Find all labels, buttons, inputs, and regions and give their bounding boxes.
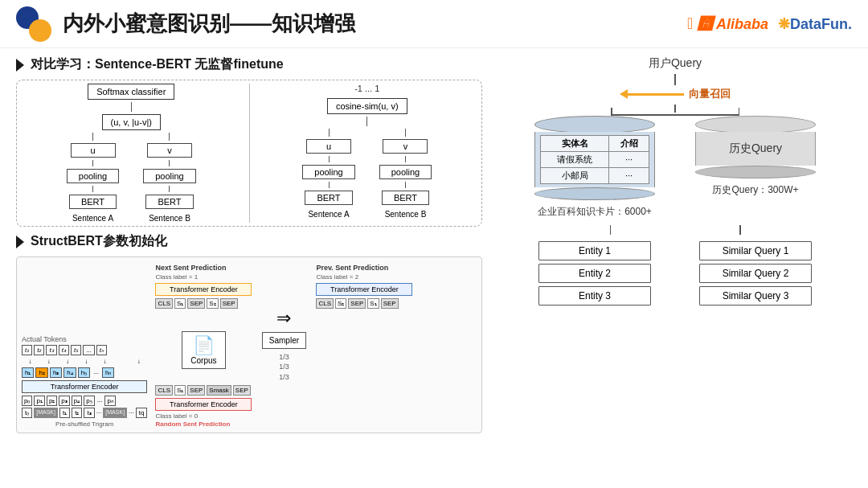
- p4: p₄: [72, 396, 82, 406]
- class1-label: Class label = 1: [155, 273, 252, 281]
- table-row: 请假系统 ···: [541, 151, 649, 167]
- user-query-label: 用户Query: [649, 56, 702, 71]
- corpus-label: Corpus: [190, 356, 216, 365]
- transformer-encoder-left: Transformer Encoder: [22, 380, 147, 393]
- db-bottom-ellipse-right: [695, 166, 816, 178]
- db-top-ellipse-right: [695, 116, 816, 133]
- history-count-label: 历史Query：300W+: [712, 183, 798, 197]
- seq-t1: t₁: [59, 408, 70, 418]
- kb-count-label: 企业百科知识卡片：6000+: [538, 205, 652, 219]
- p1: p₁: [34, 396, 44, 406]
- v-box-right: v: [383, 139, 428, 154]
- two-db-row: 实体名 介绍 请假系统 ··· 小邮局 ··· 企业百科: [498, 116, 852, 223]
- pn: pₙ: [104, 396, 115, 406]
- s1-1: S₁: [174, 298, 186, 309]
- class2-label: Class label = 2: [316, 273, 412, 281]
- page-title: 内外小蜜意图识别——知识增强: [63, 10, 687, 38]
- pooling-left2: pooling: [143, 169, 195, 183]
- structbert-diagram: Actual Tokens t₁ t₂ t₃ t₄ t₅ ... tₙ ↓↓↓↓…: [16, 256, 482, 433]
- entity-result-col: Entity 1 Entity 2 Entity 3: [530, 241, 659, 309]
- seq-t2: t₂: [72, 408, 82, 418]
- transformer-encoder-prev: Transformer Encoder: [316, 283, 412, 296]
- token-t4: t₄: [59, 345, 69, 355]
- cls3: CLS: [155, 385, 173, 396]
- sampler-box: Sampler: [262, 332, 306, 349]
- u-box-left: u: [71, 143, 116, 158]
- sentence-a-label2: Sentence A: [308, 210, 349, 219]
- db-top-ellipse-left: [534, 116, 655, 133]
- seq-tq: tq: [136, 408, 148, 418]
- section2-arrow-icon: [16, 236, 24, 248]
- recall-line: [628, 93, 684, 96]
- sampler-block: ⇒ Sampler 1/3 1/3 1/3: [260, 262, 308, 428]
- bert-cosine-half: -1 ... 1 cosine-sim(u, v) u pooling BERT…: [256, 84, 479, 219]
- bert-left2: BERT: [145, 195, 193, 209]
- sep2-2: SEP: [381, 298, 399, 309]
- db-bottom-ellipse-left: [534, 187, 655, 200]
- corpus-block: 📄 Corpus: [155, 331, 252, 369]
- sep1-1: SEP: [187, 298, 205, 309]
- similar-box-2: Similar Query 2: [699, 264, 812, 283]
- section2-title: StructBERT参数初始化: [16, 233, 482, 250]
- knowledge-table: 实体名 介绍 请假系统 ··· 小邮局 ···: [540, 135, 649, 184]
- s2-2: S₁: [367, 298, 379, 309]
- diagram-divider: [249, 84, 250, 223]
- table-header-name: 实体名: [541, 135, 609, 151]
- s2-1: S₂: [207, 298, 218, 309]
- line2: [366, 117, 367, 126]
- p3: p₃: [59, 396, 69, 406]
- vector-recall-row: 向量召回: [498, 87, 852, 101]
- bert-left1: BERT: [69, 195, 117, 209]
- prev-sent-block: Prev. Sent Prediction Class label = 2 Tr…: [316, 262, 412, 428]
- s1-3: S₁: [174, 385, 186, 396]
- seq-ellipsis2: ...: [129, 408, 134, 418]
- h5: h₅: [78, 367, 90, 378]
- sep2-1: SEP: [220, 298, 238, 309]
- u-box-right: u: [306, 139, 351, 154]
- smask: Smask: [207, 385, 231, 396]
- right-panel: 用户Query 向量召回: [498, 56, 852, 480]
- class0-label: Class label = 0: [155, 412, 252, 420]
- token-t1: t₁: [22, 345, 32, 355]
- seq-t3: t₃: [84, 408, 94, 418]
- uv-box: (u, v, |u-v|): [102, 114, 161, 130]
- token-t3: t₃: [46, 345, 56, 355]
- seq-mask1: [MASK]: [34, 408, 58, 418]
- softmax-box: Softmax classifier: [88, 84, 174, 100]
- history-db-label: 历史Query: [701, 135, 810, 162]
- h-ellipsis: ...: [92, 367, 100, 378]
- bert-right1: BERT: [305, 191, 352, 205]
- p0: p₀: [22, 396, 32, 406]
- section1-title: 对比学习：Sentence-BERT 无监督finetune: [16, 56, 482, 73]
- cls1: CLS: [155, 298, 173, 309]
- token-t2: t₂: [34, 345, 44, 355]
- line1: [131, 102, 132, 112]
- transformer-encoder-next: Transformer Encoder: [155, 283, 252, 296]
- brand-logos:  🅰 Alibaba ❋DataFun.: [687, 14, 852, 33]
- sentence-b-label1: Sentence B: [149, 214, 190, 223]
- cosine-box: cosine-sim(u, v): [327, 98, 407, 114]
- fractions: 1/3 1/3 1/3: [279, 352, 289, 383]
- knowledge-db: 实体名 介绍 请假系统 ··· 小邮局 ··· 企业百科: [530, 116, 659, 223]
- query-line-down: [498, 74, 852, 85]
- branch-v-line: [498, 105, 852, 113]
- token-t5: t₅: [71, 345, 81, 355]
- h3: h₃: [50, 367, 62, 378]
- token-tn: tₙ: [96, 345, 107, 355]
- next-sent-block: Next Sent Prediction Class label = 1 Tra…: [155, 264, 252, 315]
- pooling-right1: pooling: [302, 165, 354, 179]
- p-ellipsis: ...: [96, 396, 104, 406]
- arrowhead-left-icon: [620, 89, 628, 99]
- sep2-3: SEP: [233, 385, 251, 396]
- table-cell-intro2: ···: [609, 167, 649, 183]
- h2: h₂: [35, 367, 47, 378]
- sep1-3: SEP: [187, 385, 205, 396]
- bert-softmax-half: Softmax classifier (u, v, |u-v|) u pooli…: [20, 84, 243, 223]
- transformer-encoder-rand: Transformer Encoder: [155, 398, 252, 411]
- h1: h₁: [22, 367, 34, 378]
- logo-icon: [16, 6, 51, 42]
- seq-mask2: [MASK]: [103, 408, 127, 418]
- db-body-right: 历史Query: [695, 132, 816, 166]
- similar-box-3: Similar Query 3: [699, 286, 812, 306]
- seq-ellipsis: ...: [96, 408, 102, 418]
